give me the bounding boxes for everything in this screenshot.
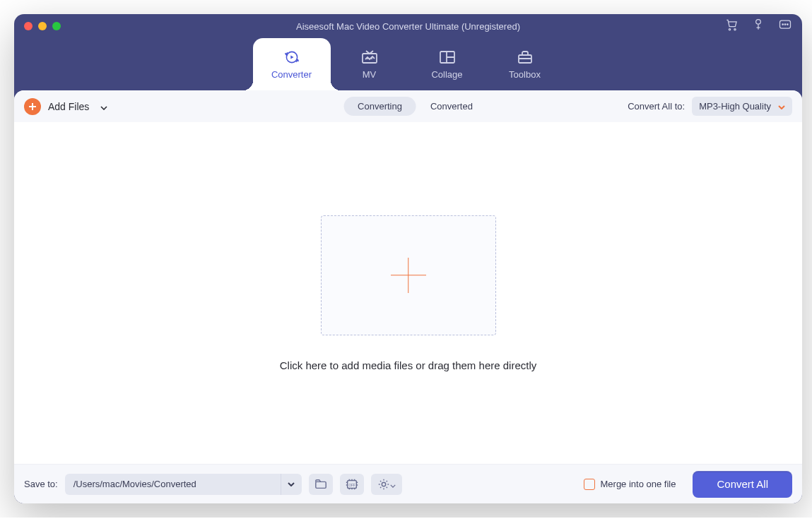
key-icon[interactable] [751,18,765,35]
window-title: Aiseesoft Mac Video Converter Ultimate (… [14,21,802,32]
merge-label: Merge into one file [601,479,676,489]
add-files-button[interactable]: Add Files [24,98,107,115]
svg-point-1 [734,29,736,30]
status-segment: Converting Converted [343,97,473,116]
output-format-value: MP3-High Quality [699,101,771,112]
content-body: Add Files Converting Converted Convert A… [14,90,802,503]
app-window: Aiseesoft Mac Video Converter Ultimate (… [14,14,802,503]
checkbox-icon [584,479,595,490]
hardware-accel-button[interactable]: OFF [340,474,364,495]
merge-into-one-checkbox[interactable]: Merge into one file [584,479,676,490]
chevron-down-icon [390,478,396,491]
convert-all-to-label: Convert All to: [628,101,685,112]
save-path-value: /Users/mac/Movies/Converted [73,479,196,489]
tab-label: MV [363,69,377,80]
settings-button[interactable] [371,474,402,495]
close-window-button[interactable] [24,22,33,30]
tab-label: Collage [431,69,462,80]
output-format-dropdown[interactable]: MP3-High Quality [692,97,792,116]
svg-point-5 [784,24,786,25]
svg-text:OFF: OFF [348,483,355,486]
open-folder-button[interactable] [309,474,333,495]
main-tabs: Converter MV Collage Toolbox [14,38,802,90]
maximize-window-button[interactable] [52,22,61,30]
svg-point-0 [729,29,730,30]
svg-point-2 [756,20,761,25]
svg-point-16 [382,482,385,486]
cart-icon[interactable] [724,18,739,35]
window-controls [24,22,61,30]
tab-label: Toolbox [509,69,541,80]
chevron-down-icon [778,101,785,112]
minimize-window-button[interactable] [38,22,47,30]
plus-icon [24,98,41,115]
segment-converted[interactable]: Converted [430,101,473,112]
save-path-dropdown[interactable]: /Users/mac/Movies/Converted [65,474,302,495]
add-files-label: Add Files [48,101,89,112]
feedback-icon[interactable] [778,18,792,35]
sub-toolbar: Add Files Converting Converted Convert A… [14,90,802,122]
chevron-down-icon[interactable] [100,100,107,113]
tab-mv[interactable]: MV [331,38,408,90]
save-to-label: Save to: [24,479,58,489]
svg-point-4 [782,24,784,25]
dropzone-hint: Click here to add media files or drag th… [280,359,537,371]
plus-icon [391,258,426,293]
tab-converter[interactable]: Converter [253,38,331,90]
convert-all-button[interactable]: Convert All [693,471,792,498]
footer-bar: Save to: /Users/mac/Movies/Converted OFF [14,464,802,503]
svg-rect-13 [316,482,326,488]
tab-label: Converter [271,69,312,80]
add-media-dropzone[interactable] [321,215,496,335]
titlebar: Aiseesoft Mac Video Converter Ultimate (… [14,14,802,38]
tab-toolbox[interactable]: Toolbox [486,38,564,90]
svg-point-6 [787,24,789,25]
main-area: Click here to add media files or drag th… [14,122,802,464]
segment-converting[interactable]: Converting [343,97,416,116]
chevron-down-icon [281,474,302,495]
tab-collage[interactable]: Collage [408,38,486,90]
